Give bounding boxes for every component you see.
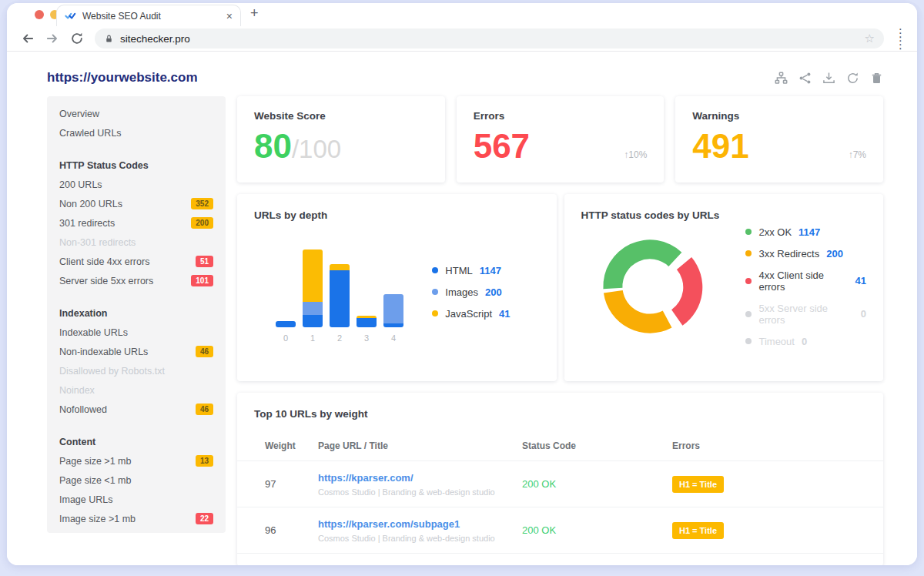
count-badge: 200	[191, 217, 213, 229]
count-badge: 352	[191, 198, 213, 209]
page-url-link[interactable]: https://kparser.com/subpage1	[318, 518, 522, 530]
url-bar[interactable]: sitechecker.pro ☆	[95, 28, 884, 49]
sidebar-item-label: Server side 5xx errors	[59, 276, 153, 286]
sidebar-item-indexable-urls[interactable]: Indexable URLs	[59, 323, 213, 342]
bar-x-label: 1	[303, 333, 323, 343]
error-badge[interactable]: H1 = Title	[672, 522, 724, 539]
donut-slice-4xx-client-side-errors[interactable]	[671, 257, 702, 326]
sidebar-item-label: Client side 4xx errors	[59, 256, 149, 267]
sidebar-item-page-size-1-mb[interactable]: Page size <1 mb	[59, 471, 213, 490]
legend-dot	[745, 229, 752, 235]
share-icon[interactable]	[798, 72, 812, 85]
bar-chart-bars	[276, 241, 403, 327]
urls-by-depth-card: URLs by depth 01234 HTML 1147Images 200J…	[237, 194, 557, 381]
sidebar-item-crawled-urls[interactable]: Crawled URLs	[59, 123, 213, 142]
back-arrow-icon[interactable]	[21, 32, 35, 45]
browser-window: Website SEO Audit × + sitechecker.pro ☆ …	[7, 3, 917, 565]
sidebar-item-server-side-5xx-errors[interactable]: Server side 5xx errors101	[59, 271, 213, 290]
cell-page-url: https://kparser.com/Cosmos Studio | Bran…	[318, 472, 522, 497]
close-window-icon[interactable]	[35, 10, 44, 19]
sidebar-item-image-urls[interactable]: Image URLs	[59, 490, 213, 509]
sidebar-item-overview[interactable]: Overview	[59, 104, 213, 123]
sidebar-item-label: Crawled URLs	[59, 128, 122, 139]
top-urls-table-card: Top 10 URLs by weight Weight Page URL / …	[237, 393, 883, 565]
error-badge[interactable]: H1 = Title	[672, 476, 724, 493]
legend-value: 1147	[798, 226, 820, 238]
sidebar-item-label: 301 redirects	[59, 218, 115, 229]
website-score-total: /100	[292, 135, 341, 163]
sidebar-item-label: Page size <1 mb	[59, 475, 131, 486]
browser-tab[interactable]: Website SEO Audit ×	[56, 5, 241, 26]
sidebar-item-label: Overview	[59, 109, 99, 119]
donut-slice-3xx-redirects[interactable]	[603, 290, 671, 333]
close-tab-icon[interactable]: ×	[226, 10, 233, 22]
warnings-card: Warnings 491 ↑7%	[675, 96, 883, 183]
bar-depth-3	[357, 316, 377, 327]
bar-chart-x-labels: 01234	[276, 333, 403, 343]
bar-segment-images	[383, 294, 403, 323]
sidebar-item-label: Non-indexable URLs	[59, 347, 148, 357]
sidebar-item-label: Indexation	[59, 308, 108, 319]
bar-depth-0	[276, 321, 296, 327]
sidebar-item-label: Non 200 URLs	[59, 199, 122, 209]
sidebar-item-client-side-4xx-errors[interactable]: Client side 4xx errors51	[59, 252, 213, 271]
page-title-subtext: Cosmos Studio | Branding & web-design st…	[318, 534, 522, 543]
legend-item-2xx-ok: 2xx OK 1147	[745, 226, 866, 238]
sidebar-item-page-size-1-mb[interactable]: Page size >1 mb13	[59, 451, 213, 471]
count-badge: 13	[196, 455, 213, 467]
sidebar-item-301-redirects[interactable]: 301 redirects200	[59, 213, 213, 233]
sidebar-item-label: Noindex	[59, 385, 95, 396]
legend-label: Images	[445, 286, 478, 298]
top-urls-table-title: Top 10 URLs by weight	[237, 408, 883, 420]
http-status-codes-card: HTTP status codes by URLs 2xx OK 11473xx…	[564, 194, 884, 381]
website-score-card: Website Score 80/100	[237, 96, 445, 183]
kebab-menu-icon[interactable]: ⋮⋮	[895, 27, 906, 50]
sidebar-item-non-indexable-urls[interactable]: Non-indexable URLs46	[59, 342, 213, 361]
legend-label: Timeout	[758, 336, 794, 347]
legend-item-3xx-redirects: 3xx Redirects 200	[745, 248, 866, 260]
refresh-icon[interactable]	[846, 72, 859, 85]
sidebar-item-disallowed-by-robots-txt[interactable]: Disallowed by Robots.txt	[59, 361, 213, 380]
column-header-status-code: Status Code	[522, 440, 672, 451]
bar-x-label: 3	[357, 333, 377, 343]
sidebar-item-non-200-urls[interactable]: Non 200 URLs352	[59, 194, 213, 213]
legend-dot	[745, 338, 752, 344]
sidebar-item-nofollowed[interactable]: Nofollowed46	[59, 400, 213, 419]
cell-status-code: 200 OK	[522, 524, 672, 536]
warnings-value: 491	[692, 129, 748, 163]
bar-x-label: 0	[276, 333, 296, 343]
reload-icon[interactable]	[70, 32, 84, 45]
count-badge: 22	[196, 513, 213, 524]
website-score-title: Website Score	[254, 110, 428, 122]
sidebar-item-noindex[interactable]: Noindex	[59, 380, 213, 400]
url-text[interactable]: sitechecker.pro	[120, 33, 859, 45]
donut-slice-2xx-ok[interactable]	[603, 239, 681, 289]
table-row: 96https://kparser.com/subpage1Cosmos Stu…	[237, 507, 883, 554]
count-badge: 46	[196, 346, 213, 357]
sidebar-item-200-urls[interactable]: 200 URLs	[59, 175, 213, 194]
sidebar-item-label: Image URLs	[59, 494, 112, 505]
star-icon[interactable]: ☆	[865, 32, 875, 45]
column-header-errors: Errors	[672, 440, 866, 451]
sidebar-item-label: Nofollowed	[59, 404, 107, 415]
sidebar-item-non-301-redirects[interactable]: Non-301 redirects	[59, 233, 213, 252]
download-icon[interactable]	[822, 72, 835, 85]
count-badge: 46	[196, 404, 213, 415]
bar-segment-html	[357, 318, 377, 327]
legend-item-javascript: JavaScript 41	[432, 308, 510, 320]
legend-item-4xx-client-side-errors: 4xx Client side errors 41	[745, 270, 866, 293]
sitemap-icon[interactable]	[775, 72, 788, 85]
page-url-link[interactable]: https://kparser.com/	[318, 472, 522, 484]
legend-label: HTML	[445, 265, 472, 276]
column-header-page-url: Page URL / Title	[318, 440, 522, 451]
new-tab-icon[interactable]: +	[250, 5, 259, 22]
legend-label: JavaScript	[445, 308, 492, 320]
trash-icon[interactable]	[870, 72, 883, 85]
bar-x-label: 4	[383, 333, 403, 343]
main-panel: Website Score 80/100 Errors 567 ↑10% W	[237, 96, 883, 565]
forward-arrow-icon[interactable]	[45, 32, 59, 45]
sidebar-item-label: HTTP Status Codes	[59, 160, 149, 171]
bar-depth-2	[330, 264, 350, 327]
bar-segment-images	[303, 302, 323, 315]
sidebar-item-image-size-1-mb[interactable]: Image size >1 mb22	[59, 509, 213, 528]
